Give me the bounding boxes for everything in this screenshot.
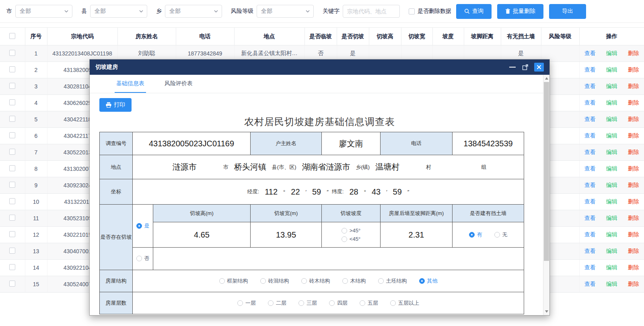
house-structure-radio[interactable]: 框架结构 <box>219 277 248 285</box>
tab[interactable]: 基础信息表 <box>115 75 146 93</box>
row-checkbox[interactable] <box>9 99 15 105</box>
close-icon[interactable] <box>534 63 544 72</box>
delete-link[interactable]: 删除 <box>628 66 639 73</box>
maximize-icon[interactable] <box>522 64 529 70</box>
row-checkbox[interactable] <box>9 231 15 237</box>
row-checkbox[interactable] <box>9 116 15 122</box>
scroll-up-arrow[interactable] <box>545 77 548 80</box>
view-link[interactable]: 查看 <box>584 132 596 139</box>
wall-no-radio[interactable]: 无 <box>494 231 508 238</box>
view-link[interactable]: 查看 <box>584 165 596 172</box>
house-structure-radio[interactable]: 其他 <box>419 277 438 285</box>
edit-link[interactable]: 编辑 <box>606 149 617 155</box>
house-structure-radio[interactable]: 土坯结构 <box>378 277 407 285</box>
edit-link[interactable]: 编辑 <box>606 281 617 287</box>
slope-degree-radio[interactable]: <45° <box>342 236 360 242</box>
wall-yes-radio[interactable]: 有 <box>469 231 482 238</box>
row-checkbox[interactable] <box>9 248 15 254</box>
view-link[interactable]: 查看 <box>584 281 596 287</box>
row-checkbox[interactable] <box>9 50 15 56</box>
row-checkbox[interactable] <box>9 281 15 287</box>
view-link[interactable]: 查看 <box>584 182 596 188</box>
cut-slope-yes-radio[interactable]: 是 <box>136 222 150 230</box>
row-checkbox[interactable] <box>9 66 15 72</box>
house-floors-radio[interactable]: 五层 <box>360 299 378 307</box>
edit-link[interactable]: 编辑 <box>606 182 617 188</box>
tab[interactable]: 风险评价表 <box>163 75 194 93</box>
edit-link[interactable]: 编辑 <box>606 116 617 122</box>
house-floors-radio[interactable]: 三层 <box>298 299 317 307</box>
cut-slope-no-radio[interactable]: 否 <box>136 255 150 262</box>
house-structure-radio[interactable]: 砖木结构 <box>301 277 330 285</box>
select-all-checkbox[interactable] <box>9 33 15 39</box>
view-link[interactable]: 查看 <box>584 149 596 155</box>
house-floors-radio[interactable]: 五层以上 <box>390 299 419 307</box>
row-checkbox[interactable] <box>9 165 15 171</box>
minimize-icon[interactable] <box>509 67 516 68</box>
delete-link[interactable]: 删除 <box>628 165 639 172</box>
view-link[interactable]: 查看 <box>584 83 596 89</box>
house-floors-radio[interactable]: 一层 <box>237 299 256 307</box>
delete-link[interactable]: 删除 <box>628 231 639 238</box>
house-floors-radio[interactable]: 二层 <box>268 299 286 307</box>
slope-degree-radio[interactable]: >45° <box>342 228 360 234</box>
delete-link[interactable]: 删除 <box>628 248 639 254</box>
delete-link[interactable]: 删除 <box>628 50 639 56</box>
delete-link[interactable]: 删除 <box>628 281 639 287</box>
edit-link[interactable]: 编辑 <box>606 165 617 172</box>
view-link[interactable]: 查看 <box>584 116 596 122</box>
row-checkbox[interactable] <box>9 215 15 221</box>
delete-link[interactable]: 删除 <box>628 198 639 205</box>
township-select[interactable]: 全部 <box>165 5 222 18</box>
house-floors-radio[interactable]: 四层 <box>329 299 348 307</box>
row-checkbox[interactable] <box>9 182 15 188</box>
delete-link[interactable]: 删除 <box>628 215 639 221</box>
view-link[interactable]: 查看 <box>584 264 596 271</box>
modal-scrollbar[interactable] <box>543 75 549 315</box>
edit-link[interactable]: 编辑 <box>606 231 617 238</box>
edit-link[interactable]: 编辑 <box>606 99 617 106</box>
row-checkbox[interactable] <box>9 264 15 270</box>
edit-link[interactable]: 编辑 <box>606 66 617 73</box>
edit-link[interactable]: 编辑 <box>606 198 617 205</box>
view-link[interactable]: 查看 <box>584 248 596 254</box>
delete-link[interactable]: 删除 <box>628 99 639 106</box>
export-button[interactable]: 导出 <box>549 4 586 19</box>
view-link[interactable]: 查看 <box>584 99 596 106</box>
row-checkbox[interactable] <box>9 83 15 89</box>
batch-delete-button[interactable]: 批量删除 <box>497 4 543 19</box>
print-button[interactable]: 打印 <box>99 98 132 112</box>
scroll-down-arrow[interactable] <box>545 310 548 313</box>
edit-link[interactable]: 编辑 <box>606 215 617 221</box>
query-button[interactable]: 查询 <box>456 4 492 19</box>
row-checkbox[interactable] <box>9 198 15 204</box>
edit-link[interactable]: 编辑 <box>606 83 617 89</box>
scroll-thumb[interactable] <box>544 82 549 261</box>
view-link[interactable]: 查看 <box>584 231 596 238</box>
delete-link[interactable]: 删除 <box>628 132 639 139</box>
county-select[interactable]: 全部 <box>90 5 147 18</box>
delete-link[interactable]: 删除 <box>628 182 639 188</box>
delete-link[interactable]: 删除 <box>628 83 639 89</box>
modal-tabbar: 基础信息表风险评价表 <box>90 75 549 93</box>
delete-link[interactable]: 删除 <box>628 116 639 122</box>
edit-link[interactable]: 编辑 <box>606 132 617 139</box>
deleted-data-checkbox[interactable] <box>409 8 415 14</box>
house-structure-radio[interactable]: 木结构 <box>342 277 366 285</box>
risk-level-select[interactable]: 全部 <box>257 5 314 18</box>
house-structure-radio[interactable]: 砖混结构 <box>260 277 289 285</box>
keyword-input[interactable] <box>343 5 400 18</box>
city-select[interactable]: 全部 <box>15 5 72 18</box>
view-link[interactable]: 查看 <box>584 50 596 56</box>
edit-link[interactable]: 编辑 <box>606 248 617 254</box>
view-link[interactable]: 查看 <box>584 66 596 73</box>
delete-link[interactable]: 删除 <box>628 149 639 155</box>
edit-link[interactable]: 编辑 <box>606 264 617 271</box>
row-checkbox[interactable] <box>9 149 15 155</box>
row-checkbox[interactable] <box>9 132 15 138</box>
edit-link[interactable]: 编辑 <box>606 50 617 56</box>
cut-slope-subheader: 切坡高(m) <box>153 205 251 222</box>
view-link[interactable]: 查看 <box>584 198 596 205</box>
view-link[interactable]: 查看 <box>584 215 596 221</box>
delete-link[interactable]: 删除 <box>628 264 639 271</box>
